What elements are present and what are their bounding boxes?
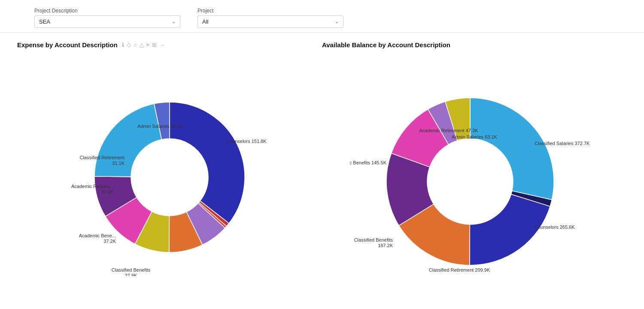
- comment-icon[interactable]: ○: [134, 42, 137, 48]
- svg-text:Classified Retirement 209.9K: Classified Retirement 209.9K: [429, 267, 490, 273]
- chart1-title-row: Expense by Account Description ℹ ◇ ○ △ ≡…: [17, 41, 322, 48]
- svg-text:187.2K: 187.2K: [378, 243, 393, 248]
- grid-icon[interactable]: ⊞: [152, 42, 157, 48]
- chart1-donut: Counselors 151.8K Admin Salaries 25.9K C…: [17, 53, 322, 276]
- svg-text:Classified Retirement: Classified Retirement: [79, 155, 125, 160]
- svg-text:Academic Retirem...: Academic Retirem...: [71, 184, 114, 189]
- pin-icon[interactable]: ◇: [127, 42, 131, 48]
- charts-section: Expense by Account Description ℹ ◇ ○ △ ≡…: [0, 33, 644, 276]
- svg-text:37.9K: 37.9K: [125, 273, 137, 276]
- chart2-donut: Classified Salaries 372.7K Counselors 26…: [322, 53, 627, 276]
- project-filter: Project All ⌄: [197, 8, 343, 28]
- svg-text:Academic Bene...: Academic Bene...: [79, 233, 116, 238]
- alert-icon[interactable]: △: [140, 42, 144, 48]
- chevron-down-icon2: ⌄: [335, 19, 339, 24]
- chart2-title-row: Available Balance by Account Description: [322, 41, 627, 48]
- chart2-panel: Available Balance by Account Description…: [322, 41, 627, 276]
- svg-text:31.1K: 31.1K: [112, 161, 125, 166]
- svg-text:Classified Benefits: Classified Benefits: [112, 267, 151, 273]
- svg-text:32.0K: 32.0K: [101, 189, 114, 194]
- info-icon[interactable]: ℹ: [122, 42, 124, 48]
- svg-text:Admin Salaries 63.1K: Admin Salaries 63.1K: [452, 134, 497, 139]
- filter-icon[interactable]: ≡: [146, 42, 150, 48]
- chart2-title: Available Balance by Account Description: [322, 41, 450, 48]
- svg-text:Admin Salaries 25.9K: Admin Salaries 25.9K: [137, 124, 183, 129]
- project-description-filter: Project Description SEA ⌄: [34, 8, 180, 28]
- chart1-title: Expense by Account Description: [17, 41, 118, 48]
- svg-text:Academic Benefits 145.5K: Academic Benefits 145.5K: [350, 160, 387, 165]
- svg-text:Counselors 265.6K: Counselors 265.6K: [535, 224, 575, 230]
- project-label: Project: [197, 8, 343, 14]
- project-select[interactable]: All ⌄: [197, 15, 343, 28]
- chevron-down-icon: ⌄: [172, 19, 176, 24]
- chart1-icons: ℹ ◇ ○ △ ≡ ⊞ →: [122, 42, 165, 48]
- project-value: All: [202, 18, 208, 25]
- project-description-select[interactable]: SEA ⌄: [34, 15, 180, 28]
- project-description-value: SEA: [39, 18, 50, 25]
- svg-text:Classified Benefits: Classified Benefits: [354, 237, 393, 242]
- top-filters: Project Description SEA ⌄ Project All ⌄: [0, 0, 644, 33]
- svg-text:Counselors 151.8K: Counselors 151.8K: [226, 139, 267, 144]
- expand-icon[interactable]: →: [159, 42, 165, 48]
- svg-text:37.2K: 37.2K: [103, 239, 116, 244]
- svg-text:Academic Retirement 47.3K: Academic Retirement 47.3K: [419, 128, 479, 133]
- svg-text:Classified Salaries 372.7K: Classified Salaries 372.7K: [535, 141, 590, 146]
- chart1-panel: Expense by Account Description ℹ ◇ ○ △ ≡…: [17, 41, 322, 276]
- project-description-label: Project Description: [34, 8, 180, 14]
